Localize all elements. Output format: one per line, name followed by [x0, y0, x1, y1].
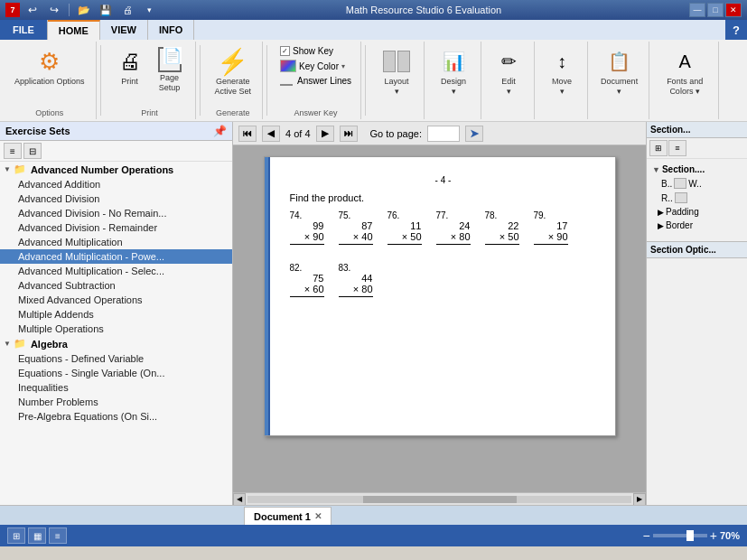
- prob-76-line: [388, 244, 422, 245]
- fonts-colors-label: Fonts andColors ▾: [667, 77, 703, 97]
- doc-scroll[interactable]: - 4 - Find the product. 74. 99 × 90: [233, 145, 646, 492]
- pin-icon[interactable]: 📌: [213, 125, 227, 137]
- close-button[interactable]: ✕: [725, 3, 742, 17]
- tree-item-adv-addition[interactable]: Advanced Addition: [0, 177, 232, 191]
- tree-category-advanced[interactable]: ▼ 📁 Advanced Number Operations: [0, 162, 232, 177]
- tab-file[interactable]: FILE: [0, 20, 48, 40]
- tab-view[interactable]: VIEW: [100, 20, 148, 40]
- right-panel-toolbar: ⊞ ≡: [647, 138, 747, 159]
- edit-button[interactable]: ✏ Edit▾: [490, 45, 527, 98]
- tab-close-icon[interactable]: ✕: [314, 511, 322, 521]
- first-page-button[interactable]: ⏮: [238, 126, 257, 142]
- tree-item-eq-single[interactable]: Equations - Single Variable (On...: [0, 366, 232, 380]
- tree-category-algebra[interactable]: ▼ 📁 Algebra: [0, 336, 232, 351]
- options-group-label: Options: [4, 108, 96, 117]
- collapse-all-button[interactable]: ⊟: [23, 143, 42, 159]
- prev-page-button[interactable]: ◀: [262, 126, 280, 142]
- print-label: Print: [121, 77, 138, 87]
- padding-label: Padding: [666, 207, 699, 217]
- horizontal-scrollbar[interactable]: ◀ ▶: [233, 492, 646, 505]
- tree-item-adv-subtraction[interactable]: Advanced Subtraction: [0, 278, 232, 293]
- print-group-label: Print: [105, 108, 195, 117]
- prob-82-num: 82.: [290, 263, 303, 273]
- go-button[interactable]: ➤: [465, 126, 483, 142]
- tree-item-number-problems[interactable]: Number Problems: [0, 395, 232, 409]
- generate-active-set-button[interactable]: ⚡ GenerateActive Set: [211, 45, 256, 98]
- ribbon-group-design: 📊 Design▾: [426, 42, 481, 119]
- next-page-button[interactable]: ▶: [316, 126, 334, 142]
- tree-item-adv-division[interactable]: Advanced Division: [0, 191, 232, 206]
- layout-button[interactable]: Layout▾: [377, 45, 416, 98]
- tree-item-adv-division-rem[interactable]: Advanced Division - Remainder: [0, 220, 232, 235]
- go-to-label: Go to page:: [370, 128, 423, 139]
- status-icon-1[interactable]: ⊞: [7, 527, 25, 544]
- prob-78-top: 22: [508, 220, 518, 231]
- scroll-track-h[interactable]: [247, 496, 631, 503]
- tree-item-adv-division-no-rem[interactable]: Advanced Division - No Remain...: [0, 206, 232, 220]
- tab-info[interactable]: INFO: [148, 20, 194, 40]
- quick-access-more[interactable]: ▾: [140, 2, 158, 18]
- tree-item-adv-mult-power[interactable]: Advanced Multiplication - Powe...: [0, 249, 232, 264]
- answer-lines-icon: [280, 77, 293, 86]
- zoom-minus-button[interactable]: −: [643, 528, 650, 543]
- document-button[interactable]: 📋 Document▾: [597, 45, 641, 98]
- scroll-thumb-h[interactable]: [363, 496, 517, 503]
- problem-76: 76. 11 × 50: [388, 210, 422, 245]
- window-controls[interactable]: — □ ✕: [689, 3, 742, 17]
- expand-all-button[interactable]: ≡: [4, 143, 22, 159]
- tree-item-pre-algebra[interactable]: Pre-Algebra Equations (On Si...: [0, 409, 232, 424]
- tree-item-eq-defined[interactable]: Equations - Defined Variable: [0, 351, 232, 366]
- quick-access-print[interactable]: 🖨: [118, 2, 136, 18]
- tree-item-mixed-adv[interactable]: Mixed Advanced Operations: [0, 293, 232, 307]
- page-number-input[interactable]: [427, 126, 460, 142]
- zoom-track[interactable]: [653, 534, 707, 537]
- section-b-check[interactable]: [674, 178, 686, 189]
- right-tool-1[interactable]: ⊞: [649, 140, 668, 156]
- page-info: 4 of 4: [285, 128, 311, 139]
- exercise-panel-header: Exercise Sets 📌: [0, 122, 232, 141]
- scroll-right-button[interactable]: ▶: [633, 493, 646, 506]
- show-key-checkbox[interactable]: ✓ Show Key: [278, 45, 335, 57]
- tab-home[interactable]: HOME: [48, 20, 100, 40]
- right-tool-2[interactable]: ≡: [668, 140, 686, 156]
- section-row-1: B.. W..: [650, 176, 743, 191]
- key-color-checkbox[interactable]: Key Color ▾: [278, 59, 347, 73]
- tree-item-multiple-ops[interactable]: Multiple Operations: [0, 322, 232, 336]
- tree-item-inequalities[interactable]: Inequalities: [0, 380, 232, 395]
- quick-access-open[interactable]: 📂: [75, 2, 93, 18]
- layout-icon: [382, 47, 411, 76]
- expand-padding-icon[interactable]: ▶: [658, 208, 664, 217]
- expand-section-icon[interactable]: ▼: [652, 165, 660, 174]
- section-r-check[interactable]: [675, 192, 687, 203]
- zoom-thumb[interactable]: [686, 530, 694, 541]
- tree-item-multiple-addends[interactable]: Multiple Addends: [0, 307, 232, 322]
- minimize-button[interactable]: —: [689, 3, 705, 17]
- status-icon-3[interactable]: ≡: [49, 527, 67, 544]
- application-options-button[interactable]: ⚙ Application Options: [11, 45, 89, 89]
- quick-access-save[interactable]: 💾: [97, 2, 115, 18]
- exercise-panel: Exercise Sets 📌 ≡ ⊟ ▼ 📁 Advanced Number …: [0, 122, 233, 505]
- help-button[interactable]: ?: [725, 20, 747, 40]
- center-area: ⏮ ◀ 4 of 4 ▶ ⏭ Go to page: ➤ - 4 - Find …: [233, 122, 646, 505]
- answer-lines-checkbox[interactable]: Answer Lines: [278, 75, 353, 87]
- tree-item-adv-mult-select[interactable]: Advanced Multiplication - Selec...: [0, 264, 232, 278]
- design-button[interactable]: 📊 Design▾: [434, 45, 473, 98]
- maximize-button[interactable]: □: [707, 3, 724, 17]
- zoom-plus-button[interactable]: +: [710, 528, 717, 543]
- prob-75-top: 87: [361, 220, 372, 231]
- status-icon-2[interactable]: ▦: [28, 527, 46, 544]
- last-page-button[interactable]: ⏭: [340, 126, 358, 142]
- fonts-colors-button[interactable]: A Fonts andColors ▾: [658, 45, 711, 98]
- quick-access-undo[interactable]: ↩: [23, 2, 42, 18]
- print-button[interactable]: 🖨 Print: [112, 45, 148, 89]
- tree-item-adv-mult[interactable]: Advanced Multiplication: [0, 235, 232, 249]
- page-setup-button[interactable]: 📄 PageSetup: [152, 45, 188, 95]
- move-button[interactable]: ↕ Move▾: [544, 45, 580, 98]
- fonts-colors-items: A Fonts andColors ▾: [658, 42, 711, 113]
- scroll-left-button[interactable]: ◀: [233, 493, 246, 506]
- right-panel: Section... ⊞ ≡ ▼ Section.... B.. W.. R..: [646, 122, 747, 505]
- expand-border-icon[interactable]: ▶: [658, 221, 664, 230]
- doc-tab-1[interactable]: Document 1 ✕: [244, 507, 331, 525]
- problem-83: 83. 44 × 80: [339, 263, 373, 297]
- quick-access-redo[interactable]: ↪: [45, 2, 63, 18]
